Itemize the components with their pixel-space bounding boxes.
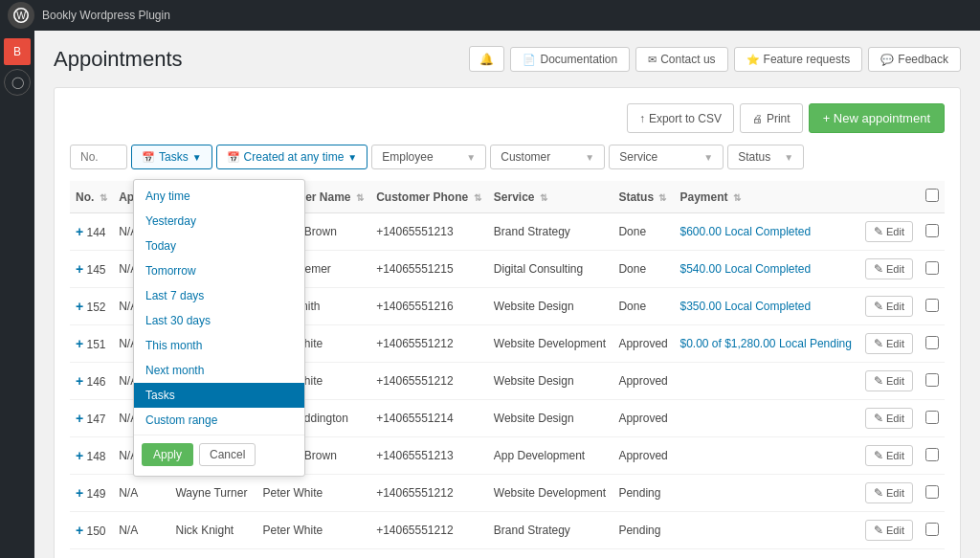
cell-status: Done xyxy=(612,288,674,325)
cell-checkbox xyxy=(920,400,945,437)
contact-us-button[interactable]: Contact us xyxy=(635,47,727,72)
export-csv-button[interactable]: Export to CSV xyxy=(627,103,734,133)
edit-button[interactable]: Edit xyxy=(865,482,913,503)
payment-link[interactable]: $350.00 Local Completed xyxy=(679,300,811,313)
expand-icon[interactable]: + xyxy=(76,299,83,314)
no-filter-input[interactable] xyxy=(70,145,127,169)
new-appointment-label: + New appointment xyxy=(823,111,930,125)
next-month-option[interactable]: Next month xyxy=(134,358,304,383)
edit-button[interactable]: Edit xyxy=(865,258,913,279)
payment-link[interactable]: $0.00 of $1,280.00 Local Pending xyxy=(679,337,851,350)
last-30-days-option[interactable]: Last 30 days xyxy=(134,308,304,333)
payment-link[interactable]: $540.00 Local Completed xyxy=(679,262,811,276)
export-csv-label: Export to CSV xyxy=(649,112,722,125)
tomorrow-option[interactable]: Tomorrow xyxy=(134,258,304,283)
expand-icon[interactable]: + xyxy=(76,224,83,239)
cell-service: Brand Strategy xyxy=(488,213,613,251)
edit-button[interactable]: Edit xyxy=(865,370,913,391)
edit-button[interactable]: Edit xyxy=(865,408,913,429)
bell-button[interactable] xyxy=(469,46,504,72)
cell-expand: + 150 xyxy=(70,512,113,549)
edit-button[interactable]: Edit xyxy=(865,520,913,541)
created-cal-icon xyxy=(227,150,240,164)
cell-customer-phone: +14065551216 xyxy=(370,288,488,325)
cell-customer-phone: +14065551212 xyxy=(370,475,488,512)
feedback-button[interactable]: Feedback xyxy=(868,47,961,72)
expand-icon[interactable]: + xyxy=(76,448,83,463)
customer-label: Customer xyxy=(501,150,550,164)
date-dropdown-menu: Any time Yesterday Today Tomorrow Last 7… xyxy=(133,179,305,477)
edit-button[interactable]: Edit xyxy=(865,221,913,242)
cell-customer-phone: +14065551213 xyxy=(370,213,488,251)
appointments-card: Export to CSV Print + New appointment Ta… xyxy=(54,87,961,558)
print-button[interactable]: Print xyxy=(740,103,803,133)
sort-icon-service: ⇅ xyxy=(540,192,547,203)
expand-icon[interactable]: + xyxy=(76,411,83,426)
expand-icon[interactable]: + xyxy=(76,523,83,538)
row-checkbox[interactable] xyxy=(925,224,939,237)
row-checkbox[interactable] xyxy=(925,336,939,349)
cell-payment xyxy=(674,363,859,400)
service-filter[interactable]: Service ▼ xyxy=(609,145,724,169)
doc-icon xyxy=(523,53,536,66)
edit-button[interactable]: Edit xyxy=(865,333,913,354)
expand-icon[interactable]: + xyxy=(76,373,83,389)
cell-customer-name: Peter White xyxy=(257,512,371,549)
cell-expand: + 145 xyxy=(70,251,113,288)
bookly-sidebar-icon[interactable]: B xyxy=(4,38,31,65)
cal-icon xyxy=(142,150,155,164)
last-7-days-option[interactable]: Last 7 days xyxy=(134,283,304,308)
edit-button[interactable]: Edit xyxy=(865,445,913,466)
table-row: + 150 N/A Nick Knight Peter White +14065… xyxy=(70,512,945,549)
employee-filter[interactable]: Employee ▼ xyxy=(371,145,486,169)
col-select xyxy=(920,181,945,213)
page-title: Appointments xyxy=(54,47,183,72)
yesterday-option[interactable]: Yesterday xyxy=(134,209,304,234)
custom-range-option[interactable]: Custom range xyxy=(134,408,304,433)
print-icon xyxy=(752,112,763,125)
row-checkbox[interactable] xyxy=(925,373,939,387)
feature-requests-button[interactable]: Feature requests xyxy=(734,47,863,72)
row-checkbox[interactable] xyxy=(925,448,939,461)
cell-payment: $600.00 Local Completed xyxy=(674,213,859,251)
mail-icon xyxy=(648,53,657,66)
created-at-dropdown[interactable]: Created at any time ▼ xyxy=(216,145,368,169)
payment-link[interactable]: $600.00 Local Completed xyxy=(679,225,811,238)
row-checkbox[interactable] xyxy=(925,299,939,312)
sidebar-circle-icon[interactable]: ◯ xyxy=(4,69,31,96)
status-label: Status xyxy=(738,150,770,164)
cancel-button[interactable]: Cancel xyxy=(199,443,256,466)
cell-customer-name: Peter White xyxy=(257,475,371,512)
date-filter-dropdown[interactable]: Tasks ▼ xyxy=(131,145,212,169)
new-appointment-button[interactable]: + New appointment xyxy=(809,103,945,133)
any-time-option[interactable]: Any time xyxy=(134,184,304,209)
row-checkbox[interactable] xyxy=(925,523,939,536)
created-at-label: Created at any time xyxy=(244,150,345,164)
apply-button[interactable]: Apply xyxy=(142,443,193,466)
cell-edit: Edit xyxy=(859,437,920,475)
contact-us-label: Contact us xyxy=(660,53,715,66)
admin-bar: W Bookly Wordpress Plugin xyxy=(0,0,980,31)
expand-icon[interactable]: + xyxy=(76,336,83,351)
expand-icon[interactable]: + xyxy=(76,485,83,501)
row-checkbox[interactable] xyxy=(925,261,939,275)
main-content: Appointments Documentation Contact us Fe… xyxy=(34,31,980,558)
cell-edit: Edit xyxy=(859,512,920,549)
comment-icon xyxy=(880,53,894,66)
this-month-option[interactable]: This month xyxy=(134,333,304,358)
expand-icon[interactable]: + xyxy=(76,261,83,277)
select-all-checkbox[interactable] xyxy=(925,189,939,202)
today-option[interactable]: Today xyxy=(134,234,304,258)
edit-button[interactable]: Edit xyxy=(865,296,913,317)
documentation-button[interactable]: Documentation xyxy=(510,47,630,72)
row-checkbox[interactable] xyxy=(925,485,939,499)
cell-service: App Development xyxy=(488,437,613,475)
customer-filter[interactable]: Customer ▼ xyxy=(490,145,605,169)
cell-payment: $350.00 Local Completed xyxy=(674,288,859,325)
star-icon xyxy=(746,53,760,66)
status-filter[interactable]: Status ▼ xyxy=(727,145,804,169)
cell-expand: + 149 xyxy=(70,475,113,512)
sort-icon: ⇅ xyxy=(100,192,107,203)
row-checkbox[interactable] xyxy=(925,411,939,424)
tasks-option[interactable]: Tasks xyxy=(134,383,304,408)
